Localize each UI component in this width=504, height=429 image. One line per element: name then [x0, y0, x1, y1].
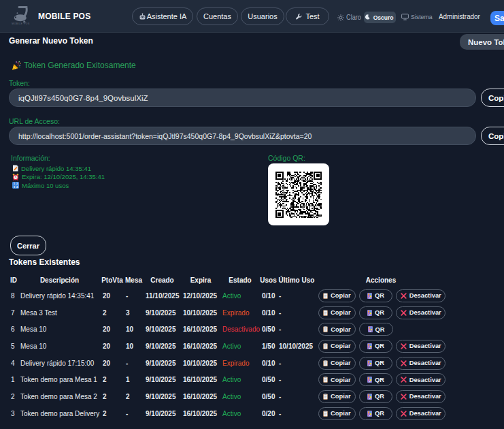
svg-text:MOBILE POS: MOBILE POS: [12, 22, 30, 25]
svg-text:3: 3: [14, 186, 15, 189]
svg-text:1: 1: [14, 183, 15, 186]
svg-text:2: 2: [16, 183, 18, 186]
svg-text:4: 4: [16, 186, 18, 189]
